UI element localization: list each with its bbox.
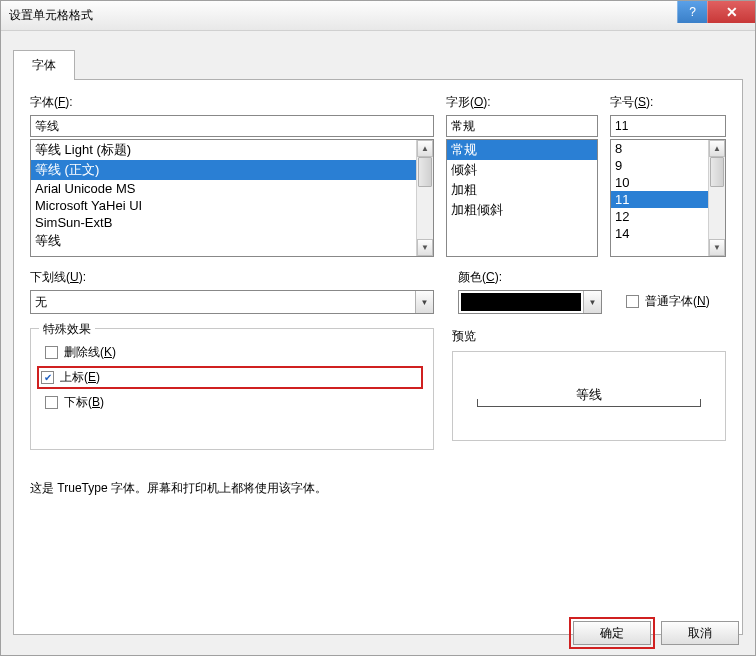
- size-listbox[interactable]: 8 9 10 11 12 14 ▲ ▼: [610, 139, 726, 257]
- list-item[interactable]: 加粗: [447, 180, 597, 200]
- scroll-up-icon[interactable]: ▲: [709, 140, 725, 157]
- underline-value: 无: [31, 291, 415, 313]
- style-section: 字形(O): 常规 常规 倾斜 加粗 加粗倾斜: [446, 94, 598, 257]
- color-swatch: [461, 293, 581, 311]
- scroll-down-icon[interactable]: ▼: [417, 239, 433, 256]
- underline-section: 下划线(U): 无 ▼: [30, 269, 434, 314]
- title-buttons: ? ✕: [677, 1, 755, 23]
- color-section: 颜色(C): ▼: [458, 269, 602, 314]
- size-label: 字号(S):: [610, 94, 726, 111]
- footer-note: 这是 TrueType 字体。屏幕和打印机上都将使用该字体。: [30, 480, 726, 497]
- normal-font-section: 普通字体(N): [626, 269, 726, 314]
- underline-dropdown[interactable]: 无 ▼: [30, 290, 434, 314]
- font-label: 字体(F):: [30, 94, 434, 111]
- scroll-thumb[interactable]: [710, 157, 724, 187]
- tab-font[interactable]: 字体: [13, 50, 75, 80]
- list-item[interactable]: 倾斜: [447, 160, 597, 180]
- color-label: 颜色(C):: [458, 269, 602, 286]
- font-input[interactable]: 等线: [30, 115, 434, 137]
- chevron-down-icon[interactable]: ▼: [583, 291, 601, 313]
- scroll-up-icon[interactable]: ▲: [417, 140, 433, 157]
- list-item[interactable]: 等线 (正文): [31, 160, 433, 180]
- ok-button[interactable]: 确定: [573, 621, 651, 645]
- tab-content: 字体(F): 等线 等线 Light (标题) 等线 (正文) Arial Un…: [13, 79, 743, 635]
- dialog-window: 设置单元格格式 ? ✕ 字体 字体(F): 等线 等线 Light (标题) 等…: [0, 0, 756, 656]
- effects-group: 特殊效果 删除线(K) ✔ 上标(E) 下标(B): [30, 328, 434, 450]
- subscript-label: 下标(B): [64, 394, 104, 411]
- color-dropdown[interactable]: ▼: [458, 290, 602, 314]
- effects-title: 特殊效果: [39, 321, 95, 338]
- preview-box: 等线: [452, 351, 726, 441]
- font-listbox[interactable]: 等线 Light (标题) 等线 (正文) Arial Unicode MS M…: [30, 139, 434, 257]
- list-item[interactable]: SimSun-ExtB: [31, 214, 433, 231]
- style-input[interactable]: 常规: [446, 115, 598, 137]
- list-item[interactable]: Arial Unicode MS: [31, 180, 433, 197]
- preview-sample: 等线: [477, 386, 700, 407]
- chevron-down-icon[interactable]: ▼: [415, 291, 433, 313]
- font-section: 字体(F): 等线 等线 Light (标题) 等线 (正文) Arial Un…: [30, 94, 434, 257]
- tab-strip: 字体: [1, 31, 755, 79]
- size-input[interactable]: 11: [610, 115, 726, 137]
- window-title: 设置单元格格式: [9, 7, 93, 24]
- strikethrough-label: 删除线(K): [64, 344, 116, 361]
- superscript-checkbox[interactable]: ✔: [41, 371, 54, 384]
- scroll-down-icon[interactable]: ▼: [709, 239, 725, 256]
- list-item[interactable]: Microsoft YaHei UI: [31, 197, 433, 214]
- subscript-checkbox[interactable]: [45, 396, 58, 409]
- close-button[interactable]: ✕: [707, 1, 755, 23]
- superscript-row-highlight: ✔ 上标(E): [37, 366, 423, 389]
- scrollbar[interactable]: ▲ ▼: [416, 140, 433, 256]
- list-item[interactable]: 加粗倾斜: [447, 200, 597, 220]
- scrollbar[interactable]: ▲ ▼: [708, 140, 725, 256]
- style-listbox[interactable]: 常规 倾斜 加粗 加粗倾斜: [446, 139, 598, 257]
- list-item[interactable]: 等线 Light (标题): [31, 140, 433, 160]
- style-label: 字形(O):: [446, 94, 598, 111]
- preview-section: 预览 等线: [452, 328, 726, 450]
- list-item[interactable]: 常规: [447, 140, 597, 160]
- cancel-button[interactable]: 取消: [661, 621, 739, 645]
- scroll-thumb[interactable]: [418, 157, 432, 187]
- list-item[interactable]: 等线: [31, 231, 433, 251]
- underline-label: 下划线(U):: [30, 269, 434, 286]
- titlebar: 设置单元格格式 ? ✕: [1, 1, 755, 31]
- strikethrough-checkbox[interactable]: [45, 346, 58, 359]
- preview-title: 预览: [452, 328, 726, 345]
- size-section: 字号(S): 11 8 9 10 11 12 14 ▲ ▼: [610, 94, 726, 257]
- superscript-label: 上标(E): [60, 369, 100, 386]
- normal-font-label: 普通字体(N): [645, 293, 710, 310]
- dialog-buttons: 确定 取消: [573, 621, 739, 645]
- normal-font-checkbox[interactable]: [626, 295, 639, 308]
- help-button[interactable]: ?: [677, 1, 707, 23]
